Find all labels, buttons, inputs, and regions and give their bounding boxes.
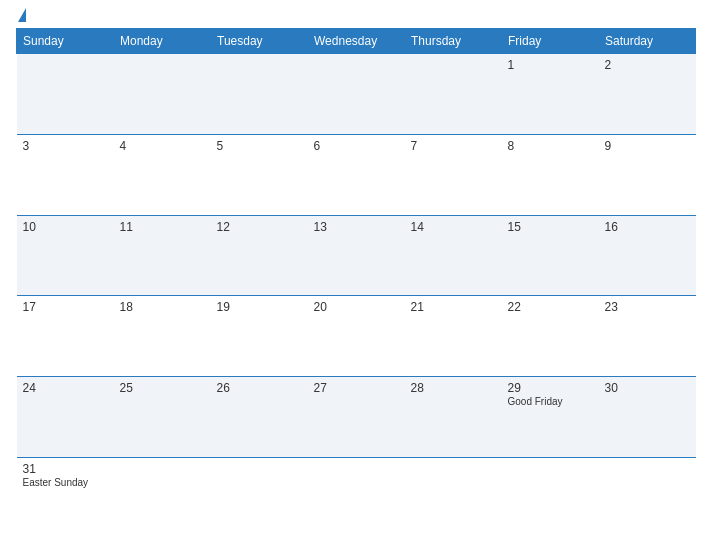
day-number: 24 [23,381,108,395]
calendar-cell: 2 [599,54,696,135]
calendar-cell [114,457,211,538]
calendar-cell: 22 [502,296,599,377]
calendar-cell: 23 [599,296,696,377]
calendar-table: Sunday Monday Tuesday Wednesday Thursday… [16,28,696,538]
col-tuesday: Tuesday [211,29,308,54]
day-number: 22 [508,300,593,314]
calendar-cell: 26 [211,377,308,458]
calendar-cell: 24 [17,377,114,458]
calendar-cell: 5 [211,134,308,215]
day-number: 1 [508,58,593,72]
calendar-cell: 30 [599,377,696,458]
calendar-cell: 27 [308,377,405,458]
calendar-week-row: 31Easter Sunday [17,457,696,538]
day-number: 5 [217,139,302,153]
calendar-cell [502,457,599,538]
calendar-cell: 29Good Friday [502,377,599,458]
day-number: 7 [411,139,496,153]
calendar-cell: 17 [17,296,114,377]
col-saturday: Saturday [599,29,696,54]
day-number: 8 [508,139,593,153]
calendar-week-row: 10111213141516 [17,215,696,296]
calendar-week-row: 12 [17,54,696,135]
calendar-cell [308,457,405,538]
calendar-cell [599,457,696,538]
col-wednesday: Wednesday [308,29,405,54]
day-number: 4 [120,139,205,153]
calendar-week-row: 242526272829Good Friday30 [17,377,696,458]
calendar-cell [17,54,114,135]
col-monday: Monday [114,29,211,54]
calendar-cell: 10 [17,215,114,296]
calendar-cell: 18 [114,296,211,377]
col-thursday: Thursday [405,29,502,54]
calendar-cell: 31Easter Sunday [17,457,114,538]
calendar-week-row: 17181920212223 [17,296,696,377]
day-event: Good Friday [508,396,593,407]
calendar-cell: 6 [308,134,405,215]
day-number: 20 [314,300,399,314]
day-number: 25 [120,381,205,395]
calendar-cell: 21 [405,296,502,377]
day-number: 13 [314,220,399,234]
day-number: 9 [605,139,690,153]
calendar-cell: 20 [308,296,405,377]
day-number: 12 [217,220,302,234]
day-number: 19 [217,300,302,314]
day-number: 26 [217,381,302,395]
calendar-page: Sunday Monday Tuesday Wednesday Thursday… [0,0,712,550]
day-number: 30 [605,381,690,395]
calendar-cell: 19 [211,296,308,377]
col-sunday: Sunday [17,29,114,54]
calendar-cell: 16 [599,215,696,296]
day-number: 6 [314,139,399,153]
calendar-cell: 9 [599,134,696,215]
calendar-cell: 14 [405,215,502,296]
day-number: 10 [23,220,108,234]
day-number: 2 [605,58,690,72]
day-number: 31 [23,462,108,476]
calendar-cell [211,54,308,135]
day-number: 15 [508,220,593,234]
calendar-cell: 1 [502,54,599,135]
calendar-cell: 7 [405,134,502,215]
day-number: 27 [314,381,399,395]
calendar-header [16,12,696,22]
logo [16,12,26,22]
day-number: 23 [605,300,690,314]
calendar-cell: 13 [308,215,405,296]
day-number: 14 [411,220,496,234]
calendar-cell [405,54,502,135]
day-number: 17 [23,300,108,314]
calendar-cell: 25 [114,377,211,458]
col-friday: Friday [502,29,599,54]
logo-triangle-icon [18,8,26,22]
calendar-cell: 12 [211,215,308,296]
calendar-cell [308,54,405,135]
calendar-cell [114,54,211,135]
weekday-header-row: Sunday Monday Tuesday Wednesday Thursday… [17,29,696,54]
calendar-cell: 11 [114,215,211,296]
day-number: 28 [411,381,496,395]
day-number: 11 [120,220,205,234]
day-number: 16 [605,220,690,234]
calendar-week-row: 3456789 [17,134,696,215]
calendar-cell [211,457,308,538]
calendar-cell: 3 [17,134,114,215]
day-number: 18 [120,300,205,314]
calendar-cell [405,457,502,538]
day-number: 29 [508,381,593,395]
calendar-cell: 8 [502,134,599,215]
day-number: 3 [23,139,108,153]
calendar-cell: 15 [502,215,599,296]
day-event: Easter Sunday [23,477,108,488]
calendar-cell: 28 [405,377,502,458]
day-number: 21 [411,300,496,314]
calendar-cell: 4 [114,134,211,215]
